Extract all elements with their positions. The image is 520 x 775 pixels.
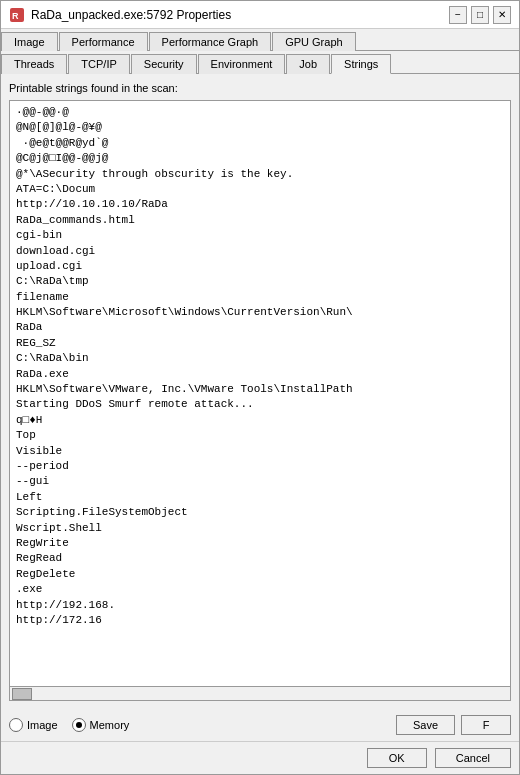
- title-bar: R RaDa_unpacked.exe:5792 Properties − □ …: [1, 1, 519, 29]
- tab-image[interactable]: Image: [1, 32, 58, 51]
- action-buttons: Save F: [396, 715, 511, 735]
- bottom-controls: Image Memory Save F: [1, 709, 519, 741]
- cancel-button[interactable]: Cancel: [435, 748, 511, 768]
- tab-threads[interactable]: Threads: [1, 54, 67, 74]
- main-window: R RaDa_unpacked.exe:5792 Properties − □ …: [0, 0, 520, 775]
- strings-content: ·@@-@@·@ @N@[@]@l@-@¥@ ·@e@t@@R@yd`@ @C@…: [16, 105, 504, 628]
- image-radio-label: Image: [27, 719, 58, 731]
- ok-button[interactable]: OK: [367, 748, 427, 768]
- tab-environment[interactable]: Environment: [198, 54, 286, 74]
- title-controls: − □ ✕: [449, 6, 511, 24]
- app-icon: R: [9, 7, 25, 23]
- save-button[interactable]: Save: [396, 715, 455, 735]
- minimize-button[interactable]: −: [449, 6, 467, 24]
- tab-job[interactable]: Job: [286, 54, 330, 74]
- tab-security[interactable]: Security: [131, 54, 197, 74]
- window-title: RaDa_unpacked.exe:5792 Properties: [31, 8, 231, 22]
- svg-text:R: R: [12, 11, 19, 21]
- radio-group: Image Memory: [9, 718, 129, 732]
- memory-radio-item[interactable]: Memory: [72, 718, 130, 732]
- title-bar-left: R RaDa_unpacked.exe:5792 Properties: [9, 7, 231, 23]
- maximize-button[interactable]: □: [471, 6, 489, 24]
- footer: OK Cancel: [1, 741, 519, 774]
- tab-performance[interactable]: Performance: [59, 32, 148, 51]
- f-button[interactable]: F: [461, 715, 511, 735]
- image-radio-item[interactable]: Image: [9, 718, 58, 732]
- scrollbar-thumb: [12, 688, 32, 700]
- strings-box[interactable]: ·@@-@@·@ @N@[@]@l@-@¥@ ·@e@t@@R@yd`@ @C@…: [9, 100, 511, 687]
- tab-performance-graph[interactable]: Performance Graph: [149, 32, 272, 51]
- tab-row-2: Threads TCP/IP Security Environment Job …: [1, 51, 519, 74]
- horizontal-scrollbar[interactable]: [9, 687, 511, 701]
- tab-tcpip[interactable]: TCP/IP: [68, 54, 129, 74]
- image-radio-button[interactable]: [9, 718, 23, 732]
- memory-radio-label: Memory: [90, 719, 130, 731]
- scan-label: Printable strings found in the scan:: [9, 82, 511, 94]
- tab-row-1: Image Performance Performance Graph GPU …: [1, 29, 519, 51]
- tab-gpu-graph[interactable]: GPU Graph: [272, 32, 355, 51]
- close-button[interactable]: ✕: [493, 6, 511, 24]
- tab-strings[interactable]: Strings: [331, 54, 391, 74]
- content-area: Printable strings found in the scan: ·@@…: [1, 74, 519, 709]
- memory-radio-button[interactable]: [72, 718, 86, 732]
